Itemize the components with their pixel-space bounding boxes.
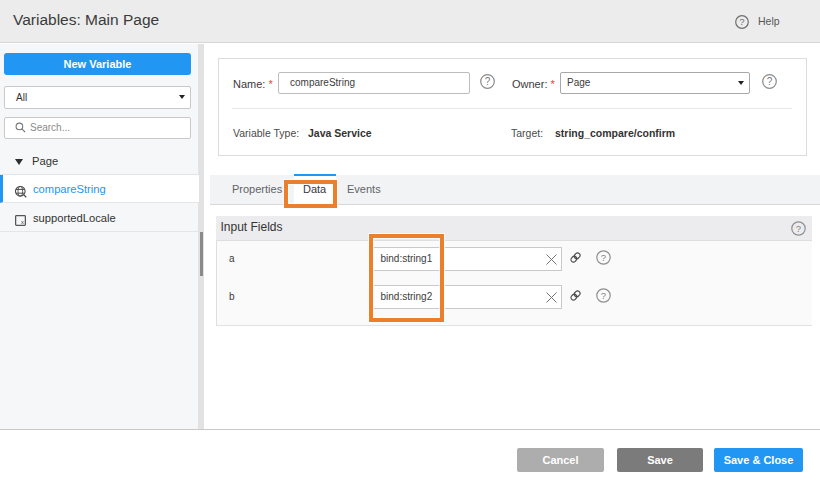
svg-text:?: ?: [601, 290, 606, 301]
svg-text:?: ?: [601, 252, 606, 263]
svg-text:?: ?: [484, 76, 490, 87]
svg-text:?: ?: [767, 76, 773, 87]
svg-text:x: x: [20, 218, 23, 224]
svg-text:?: ?: [796, 223, 801, 234]
svg-text:?: ?: [739, 16, 744, 27]
